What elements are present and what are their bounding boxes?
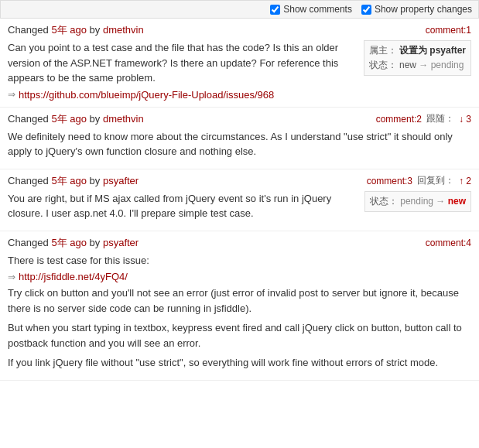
author-1[interactable]: dmethvin [103,24,144,36]
comment-2-body: We definitely need to know more about th… [8,129,471,159]
comment-4-link: ⇒ http://jsfiddle.net/4yFQ4/ [8,271,471,282]
comment-3-property-changes: 状态： pending → new [364,191,471,212]
reply-to-label-3: 回复到： [417,174,454,187]
link-arrow-icon-4: ⇒ [8,272,15,282]
comment-ref-2[interactable]: comment:2 [376,114,422,125]
follow-label-2: 跟随： [426,112,454,125]
show-comments-option[interactable]: Show comments [270,4,352,15]
comment-1-ref: comment:1 [426,25,471,36]
show-comments-checkbox[interactable] [270,5,280,15]
reply-link-2[interactable]: ↓ 3 [459,114,471,125]
comment-block-3: Changed 5年 ago by psyafter comment:3 回复到… [0,169,479,231]
author-4[interactable]: psyafter [103,237,139,248]
changed-label-2: Changed [8,113,49,125]
comment-2-header: Changed 5年 ago by dmethvin comment:2 跟随：… [8,112,471,126]
time-ago-4[interactable]: 5年 ago [51,237,87,248]
author-2[interactable]: dmethvin [103,113,144,125]
comment-1-meta: Changed 5年 ago by dmethvin [8,23,144,37]
show-property-changes-checkbox[interactable] [361,5,371,15]
prop-status: 状态： new → pending [369,58,466,73]
comment-3-body: You are right, but if MS ajax called fro… [8,191,351,221]
show-comments-label: Show comments [283,4,352,15]
comment-block-4: Changed 5年 ago by psyafter comment:4 The… [0,231,479,381]
by-label-2: by [90,113,101,125]
time-ago-2[interactable]: 5年 ago [51,113,87,125]
comment-ref-3[interactable]: comment:3 [367,176,412,186]
prop-owner: 属主： 设置为 psyafter [369,43,466,58]
comment-4-body-4: If you link jQuery file without "use str… [8,355,471,371]
comment-1-url[interactable]: https://github.com/blueimp/jQuery-File-U… [19,89,274,101]
show-property-changes-label: Show property changes [375,4,472,15]
comment-block-2: Changed 5年 ago by dmethvin comment:2 跟随：… [0,108,479,169]
comment-4-header: Changed 5年 ago by psyafter comment:4 [8,236,471,250]
comment-1-property-changes: 属主： 设置为 psyafter 状态： new → pending [364,40,471,76]
show-property-changes-option[interactable]: Show property changes [361,4,472,15]
by-label-1: by [90,24,101,36]
comment-4-url[interactable]: http://jsfiddle.net/4yFQ4/ [19,271,128,282]
comment-ref-1[interactable]: comment:1 [426,25,471,36]
changed-label-3: Changed [8,175,49,186]
time-ago-1[interactable]: 5年 ago [51,24,87,36]
comment-4-body-2: Try click on button and you'll not see a… [8,286,471,316]
comment-3-ref: comment:3 回复到： ↑ 2 [367,174,471,187]
comment-block-1: Changed 5年 ago by dmethvin comment:1 Can… [0,19,479,108]
comment-ref-4[interactable]: comment:4 [426,238,471,248]
link-arrow-icon-1: ⇒ [8,89,15,100]
reply-to-val-3[interactable]: ↑ 2 [459,176,471,186]
author-3[interactable]: psyafter [103,175,139,186]
comment-1-link: ⇒ https://github.com/blueimp/jQuery-File… [8,89,350,101]
changed-label-1: Changed [8,24,49,36]
comment-2-ref: comment:2 跟随： ↓ 3 [376,112,471,125]
comment-4-meta: Changed 5年 ago by psyafter [8,236,139,250]
comment-4-ref: comment:4 [426,238,471,248]
comment-3-header: Changed 5年 ago by psyafter comment:3 回复到… [8,174,471,188]
by-label-4: by [90,237,101,248]
comment-2-meta: Changed 5年 ago by dmethvin [8,112,144,126]
comment-3-meta: Changed 5年 ago by psyafter [8,174,139,188]
prop-status-3: 状态： pending → new [370,194,466,209]
by-label-3: by [90,175,101,186]
comment-1-header: Changed 5年 ago by dmethvin comment:1 [8,23,471,37]
toolbar: Show comments Show property changes [0,0,479,19]
comment-4-body-1: There is test case for this issue: [8,253,471,268]
comment-4-body-3: But when you start typing in textbox, ke… [8,320,471,351]
comment-1-body: Can you point to a test case and the fil… [8,40,350,86]
time-ago-3[interactable]: 5年 ago [51,175,87,186]
changed-label-4: Changed [8,237,49,248]
